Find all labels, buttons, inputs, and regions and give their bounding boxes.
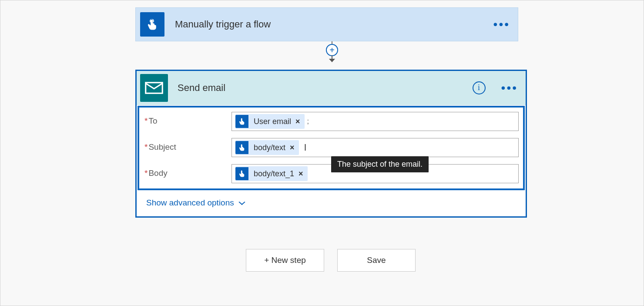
token-label: body/text — [254, 143, 285, 152]
mail-icon — [140, 74, 168, 102]
token-remove-button[interactable]: × — [299, 169, 303, 178]
action-menu-button[interactable]: ••• — [493, 79, 526, 97]
field-row-body: *Body body/text_1 × — [139, 160, 523, 186]
field-label-subject: *Subject — [144, 138, 231, 157]
fields-group: *To User email × ; *Subject — [138, 106, 525, 190]
connector-arrow — [328, 56, 336, 64]
hand-tap-icon — [235, 115, 248, 128]
hand-tap-icon — [146, 18, 159, 31]
token-user-email[interactable]: User email × — [235, 114, 305, 129]
token-label: body/text_1 — [254, 169, 294, 178]
field-row-subject: *Subject body/text × I — [139, 134, 523, 160]
show-advanced-options[interactable]: Show advanced options — [138, 190, 245, 215]
token-remove-button[interactable]: × — [295, 117, 300, 126]
field-label-to: *To — [144, 112, 231, 131]
action-header: Send email i ••• — [137, 71, 526, 105]
field-label-body: *Body — [144, 164, 231, 183]
trigger-card[interactable]: Manually trigger a flow ••• — [135, 7, 518, 41]
save-button[interactable]: Save — [337, 249, 416, 272]
hand-tap-icon — [235, 167, 248, 180]
action-title: Send email — [178, 82, 473, 94]
token-body-text-1[interactable]: body/text_1 × — [235, 166, 308, 181]
add-step-button[interactable]: + — [326, 44, 338, 56]
trigger-title: Manually trigger a flow — [175, 19, 486, 30]
trigger-menu-button[interactable]: ••• — [486, 16, 518, 33]
token-body-text[interactable]: body/text × — [235, 140, 299, 155]
send-email-action-card[interactable]: Send email i ••• *To User email × — [135, 70, 527, 218]
subject-input[interactable]: body/text × I — [231, 138, 519, 157]
to-separator: ; — [307, 118, 309, 125]
to-input[interactable]: User email × ; — [231, 112, 519, 131]
connector: + — [326, 41, 338, 64]
token-label: User email — [254, 117, 291, 126]
token-remove-button[interactable]: × — [290, 143, 295, 152]
text-cursor-icon: I — [304, 142, 307, 153]
new-step-button[interactable]: + New step — [246, 249, 324, 272]
chevron-down-icon — [238, 200, 245, 207]
body-input[interactable]: body/text_1 × — [231, 164, 519, 183]
hand-tap-icon — [235, 141, 248, 154]
envelope-icon — [145, 81, 163, 94]
footer-button-row: + New step Save — [246, 249, 416, 272]
pointer-icon — [140, 12, 164, 37]
info-button[interactable]: i — [473, 81, 486, 94]
field-row-to: *To User email × ; — [139, 108, 523, 134]
